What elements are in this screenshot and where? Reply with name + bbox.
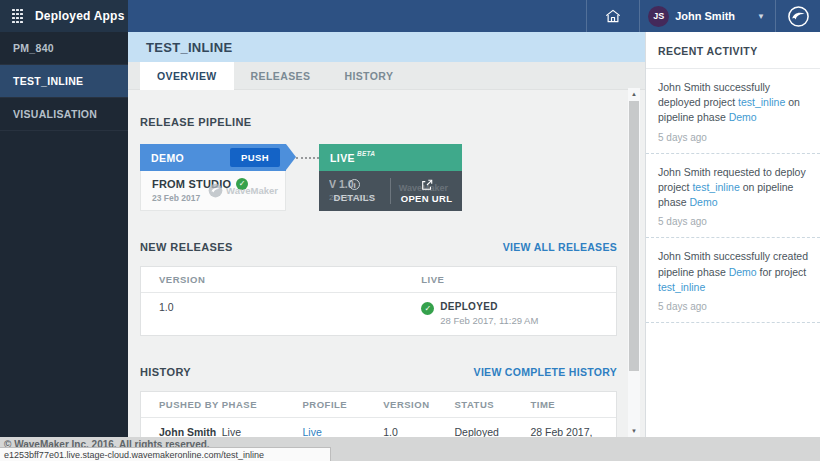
scrollbar-thumb[interactable] (629, 101, 639, 371)
demo-phase-header: DEMO PUSH (140, 144, 286, 171)
demo-phase-label: DEMO (151, 152, 184, 164)
phase-link[interactable]: Demo (729, 266, 757, 278)
home-icon (604, 7, 622, 25)
recent-activity-panel: RECENT ACTIVITY John Smith successfully … (645, 32, 820, 437)
sidebar-item-visualisation[interactable]: VISUALISATION (0, 98, 128, 131)
user-name: John Smith (675, 10, 735, 22)
new-releases-table-header: VERSION LIVE (141, 267, 616, 293)
live-phase-card: LIVE BETA V 1.0 28 Feb 2017 WaveMaker i (319, 144, 462, 211)
column-header-profile: PROFILE (303, 399, 384, 410)
chevron-down-icon: ▼ (757, 12, 765, 21)
topbar-brand-area: Deployed Apps (0, 0, 128, 32)
history-version-cell: 1.0 (383, 426, 454, 437)
column-header-version: VERSION (383, 399, 454, 410)
details-label: DETAILS (333, 192, 375, 203)
scroll-up-icon[interactable]: ▲ (628, 88, 640, 100)
topbar-actions: JS John Smith ▼ (128, 0, 820, 32)
history-pushed-by-cell: John Smith (141, 426, 222, 437)
demo-phase-card: DEMO PUSH FROM STUDIO ✓ 23 Feb 2017 (140, 144, 286, 211)
recent-activity-heading: RECENT ACTIVITY (646, 32, 820, 69)
topbar: Deployed Apps JS John Smith ▼ (0, 0, 820, 32)
tab-releases[interactable]: RELEASES (234, 62, 328, 90)
new-releases-table: VERSION LIVE 1.0 ✓ DEPLOYED 28 Feb 2017,… (140, 266, 617, 336)
project-link[interactable]: test_inline (658, 281, 705, 293)
beta-badge: BETA (357, 150, 375, 157)
deployed-time: 28 Feb 2017, 11:29 AM (440, 315, 538, 326)
activity-text: John Smith successfully created pipeline… (658, 249, 808, 295)
column-header-pushed-by: PUSHED BY (141, 399, 222, 410)
history-table: PUSHED BY PHASE PROFILE VERSION STATUS T… (140, 391, 617, 437)
live-phase-label: LIVE (330, 152, 355, 164)
phase-link[interactable]: Demo (690, 196, 718, 208)
column-header-live: LIVE (421, 274, 616, 285)
activity-segment: for project (757, 266, 807, 278)
wavemaker-logo-icon (776, 0, 820, 32)
activity-text: John Smith successfully deployed project… (658, 80, 808, 126)
apps-grid-icon[interactable] (12, 9, 23, 24)
sidebar-item-label: PM_840 (13, 42, 54, 54)
list-item: John Smith successfully deployed project… (646, 69, 820, 154)
tab-history[interactable]: HISTORY (327, 62, 410, 90)
info-icon: i (349, 179, 360, 190)
sidebar-item-label: TEST_INLINE (13, 75, 83, 87)
release-pipeline: DEMO PUSH FROM STUDIO ✓ 23 Feb 2017 (140, 144, 617, 211)
history-status-cell: Deployed (455, 426, 531, 437)
app-title: Deployed Apps (35, 9, 125, 23)
push-button[interactable]: PUSH (230, 148, 280, 167)
details-button[interactable]: i DETAILS (319, 171, 390, 211)
link-preview-statusbar: e1253bff77e01.live.stage-cloud.wavemaker… (0, 447, 331, 461)
scroll-down-icon[interactable]: ▼ (628, 425, 640, 437)
demo-phase-body: FROM STUDIO ✓ 23 Feb 2017 WaveMaker (140, 171, 286, 211)
page-header: TEST_INLINE (128, 32, 645, 62)
activity-timestamp: 5 days ago (658, 132, 808, 143)
deployed-status: DEPLOYED (440, 301, 538, 312)
vertical-scrollbar[interactable]: ▲ ▼ (628, 88, 640, 437)
sidebar-item-label: VISUALISATION (13, 108, 97, 120)
column-header-time: TIME (531, 399, 617, 410)
activity-timestamp: 5 days ago (658, 216, 808, 227)
history-heading: HISTORY (140, 366, 191, 378)
overview-content: RELEASE PIPELINE DEMO PUSH FROM STUDIO ✓… (128, 90, 645, 437)
release-version-cell: 1.0 (141, 301, 421, 313)
project-link[interactable]: test_inline (738, 96, 785, 108)
history-profile-link[interactable]: Live (303, 426, 384, 437)
table-row: John Smith Live Live 1.0 Deployed 28 Feb… (141, 418, 616, 437)
pipeline-connector (296, 157, 319, 159)
column-header-phase: PHASE (222, 399, 303, 410)
deployed-check-icon: ✓ (421, 302, 434, 315)
status-url: e1253bff77e01.live.stage-cloud.wavemaker… (4, 450, 264, 460)
wavemaker-watermark-icon: WaveMaker (208, 183, 278, 198)
view-all-releases-link[interactable]: VIEW ALL RELEASES (503, 241, 617, 253)
deployed-apps-screen: Deployed Apps JS John Smith ▼ (0, 0, 820, 461)
pipeline-arrow-icon (286, 144, 296, 170)
new-releases-heading: NEW RELEASES (140, 241, 233, 253)
history-table-header: PUSHED BY PHASE PROFILE VERSION STATUS T… (141, 392, 616, 418)
column-header-status: STATUS (455, 399, 531, 410)
list-item: John Smith successfully created pipeline… (646, 238, 820, 323)
phase-link[interactable]: Demo (729, 111, 757, 123)
release-live-cell: ✓ DEPLOYED 28 Feb 2017, 11:29 AM (421, 301, 616, 326)
activity-text: John Smith requested to deploy project t… (658, 165, 808, 211)
home-button[interactable] (587, 0, 639, 32)
user-menu[interactable]: JS John Smith ▼ (640, 0, 775, 32)
column-header-version: VERSION (141, 274, 421, 285)
list-item: John Smith requested to deploy project t… (646, 154, 820, 239)
history-phase-cell: Live (222, 426, 303, 437)
tab-overview[interactable]: OVERVIEW (140, 62, 234, 90)
table-row: 1.0 ✓ DEPLOYED 28 Feb 2017, 11:29 AM (141, 293, 616, 335)
live-phase-body: V 1.0 28 Feb 2017 WaveMaker i DETAILS (319, 171, 462, 211)
sidebar-item-pm-840[interactable]: PM_840 (0, 32, 128, 65)
sidebar-item-test-inline[interactable]: TEST_INLINE (0, 65, 128, 98)
live-phase-header: LIVE BETA (319, 144, 462, 171)
main-area: TEST_INLINE OVERVIEW RELEASES HISTORY RE… (128, 32, 645, 437)
sidebar: PM_840 TEST_INLINE VISUALISATION (0, 32, 128, 437)
open-url-icon (421, 179, 433, 191)
project-link[interactable]: test_inline (692, 181, 739, 193)
open-url-button[interactable]: OPEN URL (391, 171, 462, 211)
page-title: TEST_INLINE (146, 40, 232, 55)
view-complete-history-link[interactable]: VIEW COMPLETE HISTORY (474, 366, 617, 378)
open-url-label: OPEN URL (401, 193, 453, 204)
avatar: JS (648, 6, 669, 27)
history-time-cell: 28 Feb 2017, (531, 426, 617, 437)
wavemaker-watermark-text: WaveMaker (226, 185, 278, 196)
